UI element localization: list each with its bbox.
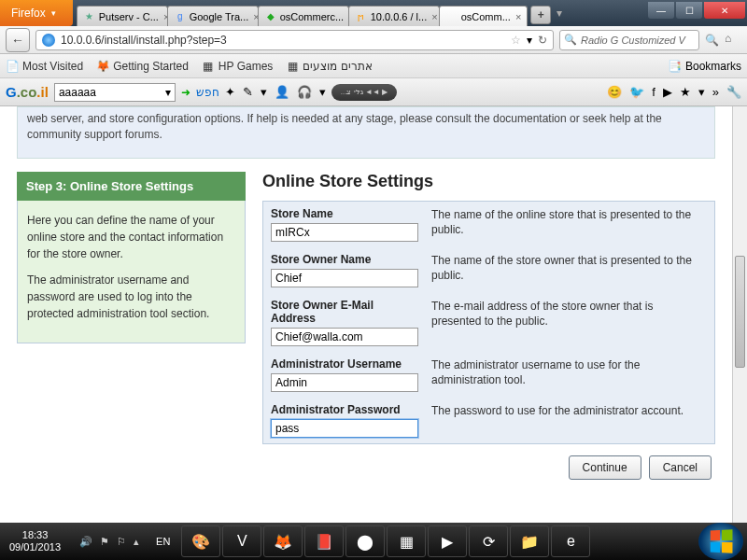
new-tab-button[interactable]: + bbox=[530, 6, 551, 24]
search-go-icon[interactable]: 🔍 bbox=[705, 34, 719, 47]
bookmark-item[interactable]: 📄Most Visited bbox=[6, 60, 83, 73]
form-row: Store NameThe name of the online store t… bbox=[263, 202, 714, 247]
text-input[interactable] bbox=[271, 419, 418, 438]
bookmark-item[interactable]: 🦊Getting Started bbox=[96, 60, 189, 73]
toolbar-icon[interactable]: ▾ bbox=[319, 85, 326, 99]
bookmarks-label: Bookmarks bbox=[685, 60, 741, 73]
taskbar-app-button[interactable]: 🦊 bbox=[263, 525, 303, 557]
browser-tab[interactable]: ★Putserv - C...× bbox=[77, 6, 168, 26]
toolbar-tail-icons: 😊🐦f▶★▾»🔧 bbox=[607, 85, 741, 99]
google-logo[interactable]: G.co.il bbox=[6, 84, 49, 100]
taskbar-app-button[interactable]: ⟳ bbox=[469, 525, 508, 557]
taskbar-app-button[interactable]: 📕 bbox=[304, 525, 344, 557]
start-button[interactable] bbox=[698, 523, 743, 560]
taskbar-app-button[interactable]: ▦ bbox=[387, 525, 426, 557]
google-search-button[interactable]: חפש bbox=[196, 86, 219, 99]
form-row: Store Owner NameThe name of the store ow… bbox=[263, 247, 714, 293]
continue-button[interactable]: Continue bbox=[569, 455, 641, 480]
toolbar-icon[interactable]: 😊 bbox=[607, 85, 622, 99]
toolbar-icon[interactable]: 👤 bbox=[275, 85, 289, 99]
bookmark-favicon: 🦊 bbox=[96, 60, 109, 73]
url-dropdown-icon[interactable]: ▾ bbox=[527, 34, 532, 47]
page-title: Online Store Settings bbox=[262, 172, 715, 191]
browser-tab[interactable]: gGoogle Tra...× bbox=[167, 6, 259, 26]
clock[interactable]: 18:3309/01/2013 bbox=[0, 529, 70, 553]
tray-icon[interactable]: ⚐ bbox=[117, 536, 126, 548]
cancel-button[interactable]: Cancel bbox=[649, 455, 712, 480]
window-controls: — ☐ ✕ bbox=[646, 0, 747, 26]
bookmark-star-icon[interactable]: ☆ bbox=[511, 34, 521, 47]
bookmark-favicon: 📄 bbox=[6, 60, 19, 73]
system-tray[interactable]: 🔊⚑⚐▴ bbox=[70, 536, 148, 548]
back-button[interactable]: ← bbox=[6, 28, 30, 52]
tab-strip: ★Putserv - C...×gGoogle Tra...×◆osCommer… bbox=[73, 0, 646, 26]
search-engine-icon[interactable]: 🔍 bbox=[564, 34, 577, 46]
taskbar-app-button[interactable]: 📁 bbox=[510, 525, 549, 557]
toolbar-icon[interactable]: » bbox=[712, 85, 719, 99]
field-label: Administrator Password bbox=[271, 403, 415, 416]
tray-icon[interactable]: 🔊 bbox=[79, 536, 92, 548]
toolbar-icon[interactable]: ▾ bbox=[698, 85, 705, 99]
tab-close-icon[interactable]: × bbox=[431, 11, 437, 22]
bookmark-label: HP Games bbox=[218, 60, 273, 73]
text-input[interactable] bbox=[271, 328, 418, 346]
firefox-menu-button[interactable]: Firefox bbox=[0, 0, 73, 26]
close-button[interactable]: ✕ bbox=[704, 2, 745, 19]
tab-close-icon[interactable]: × bbox=[515, 11, 521, 22]
taskbar-app-button[interactable]: 🎨 bbox=[181, 525, 220, 557]
bookmark-label: Getting Started bbox=[113, 60, 189, 73]
field-description: The e-mail address of the store owner th… bbox=[422, 293, 714, 352]
favicon bbox=[445, 10, 458, 23]
browser-tab[interactable]: ◆osCommerc...× bbox=[258, 6, 349, 26]
toolbar-icon[interactable]: 🎧 bbox=[297, 85, 312, 99]
taskbar-app-button[interactable]: V bbox=[222, 525, 261, 557]
taskbar-app-button[interactable]: ▶ bbox=[428, 525, 467, 557]
tray-icon[interactable]: ⚑ bbox=[100, 536, 109, 548]
google-search-box[interactable]: aaaaaa▾ bbox=[54, 83, 176, 102]
minimize-button[interactable]: — bbox=[648, 2, 674, 19]
bookmark-item[interactable]: ▦אתרים מוצעים bbox=[286, 60, 372, 73]
toolbar-icon[interactable]: 🐦 bbox=[629, 85, 644, 99]
reload-icon[interactable]: ↻ bbox=[538, 34, 547, 47]
tab-label: Google Tra... bbox=[190, 11, 249, 22]
sidebar: Step 3: Online Store Settings Here you c… bbox=[17, 172, 246, 480]
tray-icon[interactable]: ▴ bbox=[134, 536, 139, 548]
toolbar-icon[interactable]: ▶ bbox=[663, 85, 672, 99]
tab-label: Putserv - C... bbox=[99, 11, 159, 22]
bookmarks-menu[interactable]: 📑 Bookmarks bbox=[668, 60, 741, 73]
toolbar-icon[interactable]: ★ bbox=[680, 85, 691, 99]
toolbar-icon[interactable]: 🔧 bbox=[726, 85, 741, 99]
toolbar-icon[interactable]: ▾ bbox=[261, 85, 267, 99]
page-content: web server, and store configuration opti… bbox=[0, 106, 732, 523]
media-player-widget[interactable]: ...גלי צ ◄◄ ▶ bbox=[331, 84, 397, 101]
search-go-arrow-icon[interactable]: ➜ bbox=[181, 86, 190, 99]
bookmark-favicon: ▦ bbox=[286, 60, 299, 73]
form-buttons: Continue Cancel bbox=[262, 444, 715, 480]
language-indicator[interactable]: EN bbox=[148, 536, 177, 547]
form-row: Store Owner E-Mail AddressThe e-mail add… bbox=[263, 293, 714, 352]
toolbar-icon[interactable]: f bbox=[652, 85, 655, 99]
search-box[interactable]: 🔍 Radio G Customized V bbox=[559, 30, 699, 50]
text-input[interactable] bbox=[271, 223, 418, 242]
tab-overflow-icon[interactable]: ▾ bbox=[557, 7, 562, 20]
scrollbar-thumb[interactable] bbox=[735, 256, 745, 368]
task-buttons: 🎨V🦊📕⬤▦▶⟳📁e bbox=[177, 525, 698, 557]
address-bar[interactable]: 10.0.0.6/install/install.php?step=3 ☆ ▾ … bbox=[35, 30, 554, 50]
home-button[interactable]: ⌂ bbox=[725, 32, 741, 49]
navigation-toolbar: ← 10.0.0.6/install/install.php?step=3 ☆ … bbox=[0, 26, 747, 54]
browser-tab[interactable]: ϻ10.0.0.6 / l...× bbox=[348, 6, 440, 26]
toolbar-icon[interactable]: ✎ bbox=[243, 85, 253, 99]
bookmark-label: Most Visited bbox=[22, 60, 83, 73]
browser-tab[interactable]: osComm...× bbox=[439, 6, 529, 26]
field-description: The administrator username to use for th… bbox=[422, 352, 714, 398]
field-label: Store Owner Name bbox=[271, 253, 415, 266]
toolbar-icon[interactable]: ✦ bbox=[225, 85, 235, 99]
vertical-scrollbar[interactable] bbox=[732, 106, 747, 523]
bookmark-item[interactable]: ▦HP Games bbox=[202, 60, 273, 73]
text-input[interactable] bbox=[271, 269, 418, 287]
taskbar-app-button[interactable]: e bbox=[551, 525, 590, 557]
bookmark-label: אתרים מוצעים bbox=[303, 60, 372, 73]
taskbar-app-button[interactable]: ⬤ bbox=[345, 525, 385, 557]
maximize-button[interactable]: ☐ bbox=[676, 2, 702, 19]
text-input[interactable] bbox=[271, 373, 418, 392]
